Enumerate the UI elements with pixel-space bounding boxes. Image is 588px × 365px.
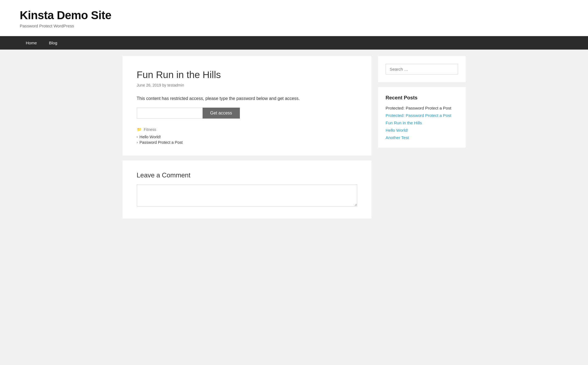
category-link[interactable]: Fitness bbox=[144, 127, 156, 132]
folder-icon: 📁 bbox=[137, 127, 142, 132]
main-content: Fun Run in the Hills June 26, 2019 by te… bbox=[123, 56, 371, 219]
recent-posts-title: Recent Posts bbox=[386, 95, 458, 101]
list-item: Protected: Password Protect a Post bbox=[386, 106, 458, 110]
password-input[interactable] bbox=[137, 108, 203, 119]
prev-arrow-icon: ‹ bbox=[137, 135, 138, 139]
search-widget bbox=[378, 56, 466, 82]
recent-post-static-1: Protected: Password Protect a Post bbox=[386, 106, 451, 110]
nav-blog[interactable]: Blog bbox=[43, 36, 63, 50]
post-categories: 📁 Fitness bbox=[137, 127, 357, 132]
access-form: Get access bbox=[137, 108, 357, 119]
nav-home[interactable]: Home bbox=[20, 36, 43, 50]
list-item: Another Test bbox=[386, 135, 458, 140]
site-tagline: Password Protect WordPress bbox=[20, 24, 568, 28]
comment-textarea[interactable] bbox=[137, 185, 357, 206]
get-access-button[interactable]: Get access bbox=[203, 108, 240, 119]
restricted-message: This content has restricted access, plea… bbox=[137, 95, 357, 102]
next-post-link[interactable]: › Password Protect a Post bbox=[137, 140, 357, 145]
list-item: Hello World! bbox=[386, 128, 458, 133]
post-title: Fun Run in the Hills bbox=[137, 69, 357, 80]
prev-post-link[interactable]: ‹ Hello World! bbox=[137, 135, 357, 139]
comment-title: Leave a Comment bbox=[137, 171, 357, 179]
post-date: June 26, 2019 bbox=[137, 83, 161, 87]
list-item: Fun Run in the Hills bbox=[386, 120, 458, 125]
post-card: Fun Run in the Hills June 26, 2019 by te… bbox=[123, 56, 371, 156]
recent-post-link-5[interactable]: Another Test bbox=[386, 135, 409, 140]
recent-post-link-2[interactable]: Protected: Password Protect a Post bbox=[386, 113, 451, 118]
site-title: Kinsta Demo Site bbox=[20, 9, 568, 22]
next-arrow-icon: › bbox=[137, 140, 138, 144]
list-item: Protected: Password Protect a Post bbox=[386, 113, 458, 118]
post-by: by bbox=[162, 83, 167, 87]
recent-posts-widget: Recent Posts Protected: Password Protect… bbox=[378, 87, 466, 148]
recent-posts-list: Protected: Password Protect a Post Prote… bbox=[386, 106, 458, 140]
post-meta: June 26, 2019 by testadmin bbox=[137, 83, 357, 87]
comment-card: Leave a Comment bbox=[123, 160, 371, 219]
site-nav: Home Blog bbox=[0, 36, 588, 50]
search-input[interactable] bbox=[386, 64, 458, 74]
recent-post-link-3[interactable]: Fun Run in the Hills bbox=[386, 120, 422, 125]
post-navigation: ‹ Hello World! › Password Protect a Post bbox=[137, 135, 357, 145]
prev-post-label: Hello World! bbox=[140, 135, 161, 139]
next-post-label: Password Protect a Post bbox=[140, 140, 183, 145]
recent-post-link-4[interactable]: Hello World! bbox=[386, 128, 408, 133]
post-author[interactable]: testadmin bbox=[167, 83, 184, 87]
sidebar: Recent Posts Protected: Password Protect… bbox=[378, 56, 466, 148]
site-header: Kinsta Demo Site Password Protect WordPr… bbox=[0, 0, 588, 36]
page-wrapper: Fun Run in the Hills June 26, 2019 by te… bbox=[116, 50, 472, 225]
